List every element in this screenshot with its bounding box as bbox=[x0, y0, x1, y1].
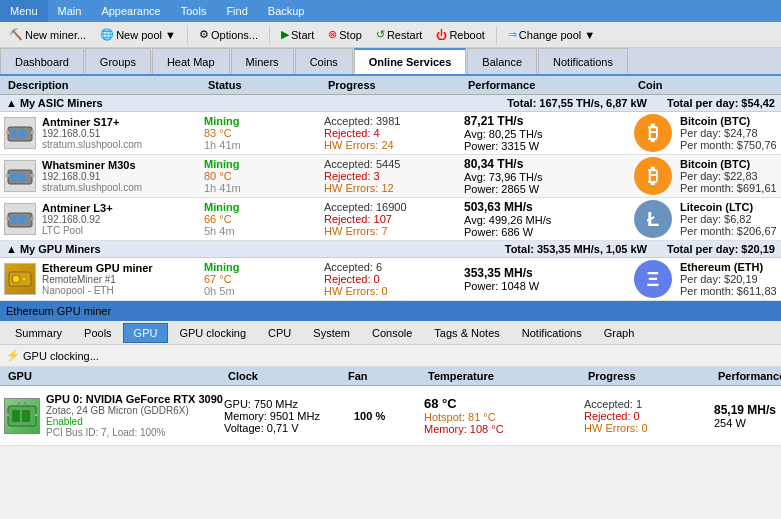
menu-item-backup[interactable]: Backup bbox=[258, 0, 315, 22]
new-miner-button[interactable]: ⛏️ New miner... bbox=[4, 26, 91, 43]
gpu-clock-gpu: GPU: 750 MHz bbox=[224, 398, 344, 410]
miner-accepted: Accepted: 16900 bbox=[324, 201, 464, 213]
sub-tab-summary[interactable]: Summary bbox=[4, 323, 73, 343]
tab-miners[interactable]: Miners bbox=[231, 48, 294, 74]
miner-coin-col: ₿ Bitcoin (BTC) Per day: $22,83 Per mont… bbox=[634, 157, 781, 195]
start-icon: ▶ bbox=[281, 28, 289, 41]
sub-tab-pools[interactable]: Pools bbox=[73, 323, 123, 343]
coin-per-month: Per month: $750,76 bbox=[680, 139, 777, 151]
coin-per-day: Per day: $24,78 bbox=[680, 127, 777, 139]
miner-avg: Avg: 499,26 MH/s bbox=[464, 214, 634, 226]
change-pool-button[interactable]: ⇒ Change pool ▼ bbox=[503, 26, 600, 43]
sub-tab-tags-notes[interactable]: Tags & Notes bbox=[423, 323, 510, 343]
miner-info: Antminer L3+ 192.168.0.92 LTC Pool bbox=[4, 202, 204, 236]
tab-coins[interactable]: Coins bbox=[295, 48, 353, 74]
miner-time: 5h 4m bbox=[204, 225, 324, 237]
menu-item-main[interactable]: Main bbox=[48, 0, 92, 22]
asic-miner-row[interactable]: Whatsminer M30s 192.168.0.91 stratum.slu… bbox=[0, 155, 781, 198]
gpu-col-progress: Progress bbox=[584, 369, 714, 383]
options-button[interactable]: ⚙ Options... bbox=[194, 26, 263, 43]
miner-perf-col: 503,63 MH/s Avg: 499,26 MH/s Power: 686 … bbox=[464, 200, 634, 238]
miner-rejected: Rejected: 107 bbox=[324, 213, 464, 225]
miner-details: Whatsminer M30s 192.168.0.91 stratum.slu… bbox=[42, 159, 142, 193]
svg-rect-2 bbox=[19, 130, 25, 138]
tab-groups[interactable]: Groups bbox=[85, 48, 151, 74]
coin-details: Litecoin (LTC) Per day: $6,82 Per month:… bbox=[680, 201, 777, 237]
svg-rect-22 bbox=[35, 414, 38, 416]
miner-ip: 192.168.0.91 bbox=[42, 171, 142, 182]
asic-totals: Total: 167,55 TH/s, 6,87 kW Total per da… bbox=[507, 97, 775, 109]
miner-info: Antminer S17+ 192.168.0.51 stratum.slush… bbox=[4, 116, 204, 150]
tab-dashboard[interactable]: Dashboard bbox=[0, 48, 84, 74]
start-button[interactable]: ▶ Start bbox=[276, 26, 319, 43]
gpu-miner-hash: 353,35 MH/s bbox=[464, 266, 634, 280]
menu-item-find[interactable]: Find bbox=[216, 0, 257, 22]
gpu-miner-pool: Nanopool - ETH bbox=[42, 285, 153, 296]
svg-rect-6 bbox=[11, 173, 17, 181]
coin-name: Litecoin (LTC) bbox=[680, 201, 777, 213]
stop-icon: ⊗ bbox=[328, 28, 337, 41]
gpu-miner-details: Ethereum GPU miner RemoteMiner #1 Nanopo… bbox=[42, 262, 153, 296]
gpu-coin-per-day: Per day: $20,19 bbox=[680, 273, 777, 285]
miner-time: 1h 41m bbox=[204, 182, 324, 194]
gpu-miner-sub: RemoteMiner #1 bbox=[42, 274, 153, 285]
asic-total-day: Total per day: $54,42 bbox=[667, 97, 775, 109]
gpu-clocking-button[interactable]: ⚡ GPU clocking... bbox=[6, 349, 99, 362]
gpu-clock-col: GPU: 750 MHz Memory: 9501 MHz Voltage: 0… bbox=[224, 398, 344, 434]
sub-tab-system[interactable]: System bbox=[302, 323, 361, 343]
sub-tab-gpu-clocking[interactable]: GPU clocking bbox=[168, 323, 257, 343]
toolbar-separator-3 bbox=[496, 26, 497, 44]
gpu-perf-col: 85,19 MH/s 254 W bbox=[714, 403, 781, 429]
restart-button[interactable]: ↺ Restart bbox=[371, 26, 427, 43]
gpu-voltage: Voltage: 0,71 V bbox=[224, 422, 344, 434]
col-progress: Progress bbox=[324, 78, 464, 92]
stop-button[interactable]: ⊗ Stop bbox=[323, 26, 367, 43]
gpu-clocking-icon: ⚡ bbox=[6, 349, 20, 362]
coin-per-day: Per day: $6,82 bbox=[680, 213, 777, 225]
miner-coin-col: ₿ Bitcoin (BTC) Per day: $24,78 Per mont… bbox=[634, 114, 781, 152]
menu-item-menu[interactable]: Menu bbox=[0, 0, 48, 22]
new-pool-icon: 🌐 bbox=[100, 28, 114, 41]
menu-item-appearance[interactable]: Appearance bbox=[91, 0, 170, 22]
reboot-button[interactable]: ⏻ Reboot bbox=[431, 27, 489, 43]
svg-rect-9 bbox=[31, 174, 34, 177]
miner-progress-col: Accepted: 3981 Rejected: 4 HW Errors: 24 bbox=[324, 115, 464, 151]
asic-title: ▲ My ASIC Miners bbox=[6, 97, 103, 109]
tab-notifications[interactable]: Notifications bbox=[538, 48, 628, 74]
sub-tab-cpu[interactable]: CPU bbox=[257, 323, 302, 343]
new-pool-button[interactable]: 🌐 New pool ▼ bbox=[95, 26, 181, 43]
tab-online-services[interactable]: Online Services bbox=[354, 48, 467, 74]
tab-balance[interactable]: Balance bbox=[467, 48, 537, 74]
asic-miners-container: Antminer S17+ 192.168.0.51 stratum.slush… bbox=[0, 112, 781, 241]
coin-name: Bitcoin (BTC) bbox=[680, 115, 777, 127]
miner-icon bbox=[4, 203, 36, 235]
miner-status-col: Mining 66 °C 5h 4m bbox=[204, 201, 324, 237]
gpu-miner-icon bbox=[4, 263, 36, 295]
miner-hw-errors: HW Errors: 24 bbox=[324, 139, 464, 151]
gpu-miner-row[interactable]: Ethereum GPU miner RemoteMiner #1 Nanopo… bbox=[0, 258, 781, 301]
asic-total-hash: Total: 167,55 TH/s, 6,87 kW bbox=[507, 97, 647, 109]
coin-per-day: Per day: $22,83 bbox=[680, 170, 777, 182]
gpu-miner-status: Mining bbox=[204, 261, 324, 273]
sub-tab-graph[interactable]: Graph bbox=[593, 323, 646, 343]
tab-heatmap[interactable]: Heat Map bbox=[152, 48, 230, 74]
gpu-col-gpu: GPU bbox=[4, 369, 224, 383]
miner-status: Mining bbox=[204, 158, 324, 170]
restart-icon: ↺ bbox=[376, 28, 385, 41]
svg-rect-23 bbox=[18, 402, 20, 406]
gpu-chip-icon bbox=[4, 398, 40, 434]
menu-bar: Menu Main Appearance Tools Find Backup bbox=[0, 0, 781, 22]
sub-tab-console[interactable]: Console bbox=[361, 323, 423, 343]
gpu-table-row[interactable]: GPU 0: NVIDIA GeForce RTX 3090 Zotac, 24… bbox=[0, 386, 781, 446]
sub-tab-gpu[interactable]: GPU bbox=[123, 323, 169, 343]
miner-pool: LTC Pool bbox=[42, 225, 113, 236]
menu-item-tools[interactable]: Tools bbox=[171, 0, 217, 22]
asic-miner-row[interactable]: Antminer L3+ 192.168.0.92 LTC Pool Minin… bbox=[0, 198, 781, 241]
bottom-panel-title-bar: Ethereum GPU miner bbox=[0, 301, 781, 321]
gpu-miner-name: Ethereum GPU miner bbox=[42, 262, 153, 274]
asic-miner-row[interactable]: Antminer S17+ 192.168.0.51 stratum.slush… bbox=[0, 112, 781, 155]
coin-icon: ₿ bbox=[634, 114, 672, 152]
sub-tab-notifications[interactable]: Notifications bbox=[511, 323, 593, 343]
gpu-totals: Total: 353,35 MH/s, 1,05 kW Total per da… bbox=[505, 243, 775, 255]
gpu-device-pci: PCI Bus ID: 7, Load: 100% bbox=[46, 427, 223, 438]
